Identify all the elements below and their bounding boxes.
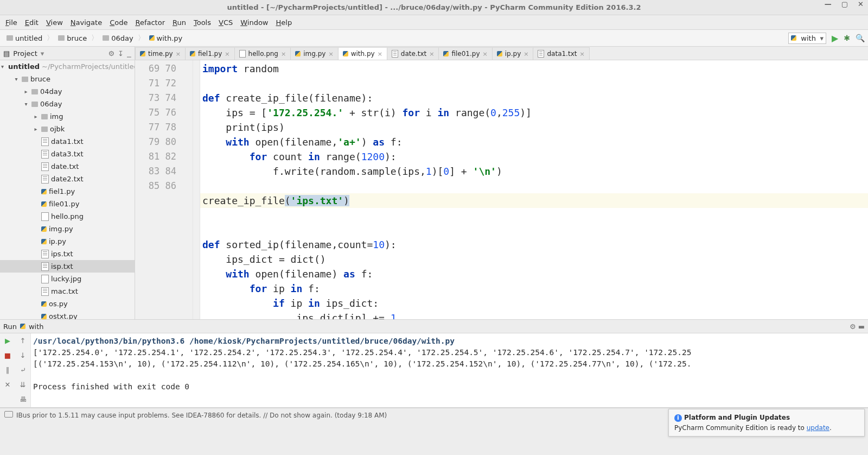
menu-vcs[interactable]: VCS [219, 18, 233, 27]
tree-folder[interactable]: ▾ 06day [0, 98, 135, 110]
close-icon[interactable]: ✕ [858, 0, 864, 8]
code-editor[interactable]: 69 70 71 72 73 74 75 76 77 78 79 80 81 8… [135, 60, 868, 319]
editor-tab[interactable]: time.py× [135, 47, 186, 60]
menu-window[interactable]: Window [240, 18, 268, 27]
breadcrumb-item[interactable]: bruce [55, 34, 90, 42]
minimize-icon[interactable]: — [825, 0, 832, 8]
project-tree[interactable]: ▾ untitled ~/PycharmProjects/untitled▾ b… [0, 60, 135, 319]
editor-tab[interactable]: with.py× [338, 47, 387, 60]
python-icon [41, 301, 47, 307]
close-icon[interactable]: ✕ [0, 377, 15, 392]
tree-file[interactable]: data3.txt [0, 148, 135, 160]
hide-icon[interactable]: ⎯ [127, 49, 131, 58]
tree-folder[interactable]: ▸ ojbk [0, 123, 135, 135]
tree-file[interactable]: img.py [0, 223, 135, 235]
tree-file[interactable]: date.txt [0, 160, 135, 173]
run-config-select[interactable]: with [788, 33, 826, 44]
status-message[interactable]: IBus prior to 1.5.11 may cause input pro… [16, 412, 387, 419]
menu-run[interactable]: Run [173, 18, 186, 27]
python-icon [41, 314, 47, 319]
tree-file[interactable]: ip.py [0, 235, 135, 248]
tree-folder[interactable]: ▸ img [0, 110, 135, 123]
maximize-icon[interactable]: ▢ [841, 0, 848, 8]
run-tool-tab[interactable]: Run with ⚙ ▬ [0, 319, 868, 333]
folder-icon [103, 35, 109, 41]
close-tab-icon[interactable]: × [429, 50, 434, 58]
tree-file[interactable]: os.py [0, 298, 135, 310]
tree-file[interactable]: isp.txt [0, 260, 135, 273]
rerun-icon[interactable]: ▶ [0, 333, 15, 348]
breadcrumb-item[interactable]: with.py [146, 34, 186, 42]
tree-file[interactable]: lucky.jpg [0, 273, 135, 285]
window-title: untitled - [~/PycharmProjects/untitled] … [227, 3, 641, 11]
notification-popup: iPlatform and Plugin Updates PyCharm Com… [668, 409, 865, 437]
gear-icon[interactable]: ⚙ ▬ [850, 323, 865, 331]
python-icon [20, 324, 25, 329]
run-console: ▶↑ ■↓ ‖⤶ ✕⇊ 🖶 /usr/local/python3/bin/pyt… [0, 333, 868, 408]
menu-help[interactable]: Help [276, 18, 292, 27]
menu-file[interactable]: File [5, 18, 17, 27]
breadcrumb-item[interactable]: 06day [99, 34, 136, 42]
tree-file[interactable]: file01.py [0, 198, 135, 210]
fold-gutter[interactable] [193, 60, 200, 319]
tree-file[interactable]: ips.txt [0, 248, 135, 260]
folder-icon [22, 77, 28, 82]
menu-tools[interactable]: Tools [194, 18, 211, 27]
editor-tab[interactable]: data1.txt× [533, 47, 589, 60]
editor-tabs: time.py×fiel1.py×hello.png×img.py×with.p… [135, 47, 868, 60]
python-icon [41, 226, 47, 232]
console-output[interactable]: /usr/local/python3/bin/python3.6 /home/k… [31, 333, 868, 407]
update-link[interactable]: update [807, 424, 829, 432]
collapse-icon[interactable]: ↧ [118, 49, 124, 58]
folder-icon [41, 127, 48, 132]
editor-tab[interactable]: ip.py× [492, 47, 534, 60]
tree-file[interactable]: mac.txt [0, 285, 135, 298]
editor-tab[interactable]: hello.png× [234, 47, 291, 60]
close-tab-icon[interactable]: × [225, 50, 229, 58]
close-tab-icon[interactable]: × [281, 50, 286, 58]
folder-icon [31, 89, 38, 94]
stop-icon[interactable]: ■ [0, 348, 15, 363]
editor-tab[interactable]: file01.py× [438, 47, 492, 60]
text-file-icon [41, 250, 49, 258]
python-icon [343, 51, 348, 56]
search-icon[interactable]: 🔍 [856, 34, 865, 42]
pause-icon[interactable]: ‖ [0, 363, 15, 377]
tree-root[interactable]: ▾ untitled ~/PycharmProjects/untitled [0, 60, 135, 73]
menu-view[interactable]: View [46, 18, 63, 27]
tree-file[interactable]: fiel1.py [0, 185, 135, 198]
close-tab-icon[interactable]: × [378, 50, 382, 58]
menu-navigate[interactable]: Navigate [71, 18, 102, 27]
keyboard-icon [4, 411, 13, 418]
run-icon[interactable]: ▶ [832, 33, 838, 43]
editor-tab[interactable]: date.txt× [387, 47, 439, 60]
code-area[interactable]: import random def create_ip_file(filenam… [200, 60, 868, 319]
menu-code[interactable]: Code [110, 18, 127, 27]
breadcrumb-item[interactable]: untitled [3, 34, 46, 42]
editor-tab[interactable]: img.py× [290, 47, 338, 60]
menu-refactor[interactable]: Refactor [135, 18, 165, 27]
gutter: 69 70 71 72 73 74 75 76 77 78 79 80 81 8… [135, 60, 193, 319]
console-toolbar: ▶↑ ■↓ ‖⤶ ✕⇊ 🖶 [0, 333, 31, 407]
tree-file[interactable]: data1.txt [0, 135, 135, 148]
scroll-icon[interactable]: ⇊ [15, 377, 30, 392]
tree-folder[interactable]: ▾ bruce [0, 73, 135, 85]
gear-icon[interactable]: ⚙ [108, 49, 114, 58]
close-tab-icon[interactable]: × [483, 50, 488, 58]
tree-file[interactable]: ostxt.py [0, 310, 135, 319]
debug-icon[interactable]: ✱ [844, 34, 850, 42]
tree-file[interactable]: hello.png [0, 210, 135, 223]
down-icon[interactable]: ↓ [15, 348, 30, 363]
tree-file[interactable]: date2.txt [0, 173, 135, 185]
close-tab-icon[interactable]: × [579, 50, 584, 58]
tree-folder[interactable]: ▸ 04day [0, 85, 135, 98]
wrap-icon[interactable]: ⤶ [15, 363, 30, 377]
close-tab-icon[interactable]: × [524, 50, 528, 58]
editor-tab[interactable]: fiel1.py× [185, 47, 235, 60]
close-tab-icon[interactable]: × [328, 50, 333, 58]
close-tab-icon[interactable]: × [176, 50, 181, 58]
python-icon [295, 51, 301, 56]
menu-edit[interactable]: Edit [25, 18, 39, 27]
print-icon[interactable]: 🖶 [15, 392, 30, 407]
up-icon[interactable]: ↑ [15, 333, 30, 348]
